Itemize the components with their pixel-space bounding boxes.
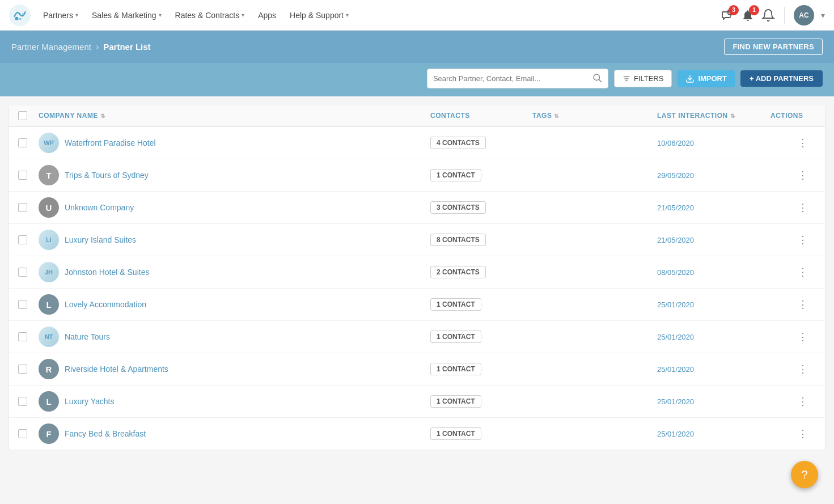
company-avatar: T xyxy=(39,165,59,185)
company-name-link[interactable]: Riverside Hotel & Apartments xyxy=(65,365,168,374)
actions-cell: ⋮ xyxy=(771,394,816,409)
search-icon[interactable] xyxy=(592,73,602,84)
col-last-interaction[interactable]: LAST INTERACTION ⇅ xyxy=(657,112,771,120)
bell-button[interactable] xyxy=(761,9,775,22)
nav-sales-marketing[interactable]: Sales & Marketing ▾ xyxy=(86,7,167,23)
company-name-link[interactable]: Unknown Company xyxy=(65,203,134,212)
company-avatar: R xyxy=(39,359,59,379)
company-name-link[interactable]: Fancy Bed & Breakfast xyxy=(65,429,146,438)
contacts-cell: 1 CONTACT xyxy=(430,395,532,408)
nav-rates-contracts[interactable]: Rates & Contracts ▾ xyxy=(170,7,251,23)
row-checkbox[interactable] xyxy=(18,365,27,374)
contact-badge[interactable]: 4 CONTACTS xyxy=(430,137,486,149)
breadcrumb-parent[interactable]: Partner Management xyxy=(11,42,91,52)
table-row: L Luxury Yachts 1 CONTACT 25/01/2020 ⋮ xyxy=(9,386,825,418)
row-checkbox[interactable] xyxy=(18,203,27,212)
row-checkbox-cell xyxy=(18,235,39,244)
import-button[interactable]: IMPORT xyxy=(678,70,735,87)
messages-button[interactable]: 3 xyxy=(721,9,734,22)
row-actions-menu[interactable]: ⋮ xyxy=(794,297,811,312)
contacts-cell: 8 CONTACTS xyxy=(430,234,532,246)
company-avatar: JH xyxy=(39,262,59,282)
company-name-link[interactable]: Lovely Accommodation xyxy=(65,300,146,309)
contact-badge[interactable]: 1 CONTACT xyxy=(430,427,481,440)
breadcrumb: Partner Management › Partner List xyxy=(11,42,151,52)
table-row: T Trips & Tours of Sydney 1 CONTACT 29/0… xyxy=(9,159,825,192)
company-name-link[interactable]: Waterfront Paradise Hotel xyxy=(65,138,156,147)
row-checkbox-cell xyxy=(18,397,39,406)
contacts-cell: 4 CONTACTS xyxy=(430,137,532,149)
svg-point-1 xyxy=(15,16,18,20)
row-actions-menu[interactable]: ⋮ xyxy=(794,232,811,247)
row-checkbox[interactable] xyxy=(18,171,27,180)
company-name-link[interactable]: Nature Tours xyxy=(65,332,110,341)
row-checkbox-cell xyxy=(18,332,39,341)
add-partners-button[interactable]: + ADD PARTNERS xyxy=(740,70,823,87)
contact-badge[interactable]: 3 CONTACTS xyxy=(430,201,486,214)
partners-table: COMPANY NAME ⇅ CONTACTS TAGS ⇅ LAST INTE… xyxy=(9,105,825,450)
company-cell: U Unknown Company xyxy=(39,197,430,218)
last-interaction-cell: 21/05/2020 xyxy=(657,204,771,212)
contact-badge[interactable]: 8 CONTACTS xyxy=(430,234,486,246)
contact-badge[interactable]: 1 CONTACT xyxy=(430,395,481,408)
find-new-partners-button[interactable]: FIND NEW PARTNERS xyxy=(724,39,823,55)
row-actions-menu[interactable]: ⋮ xyxy=(794,426,811,441)
contact-badge[interactable]: 1 CONTACT xyxy=(430,298,481,311)
company-cell: LI Luxury Island Suites xyxy=(39,230,430,250)
actions-cell: ⋮ xyxy=(771,426,816,441)
chevron-down-icon: ▾ xyxy=(159,12,162,18)
company-name-link[interactable]: Luxury Yachts xyxy=(65,397,114,406)
actions-cell: ⋮ xyxy=(771,329,816,344)
table-row: L Lovely Accommodation 1 CONTACT 25/01/2… xyxy=(9,289,825,321)
nav-help-support[interactable]: Help & Support ▾ xyxy=(284,7,354,23)
row-actions-menu[interactable]: ⋮ xyxy=(794,329,811,344)
company-cell: F Fancy Bed & Breakfast xyxy=(39,423,430,444)
notifications-button[interactable]: 1 xyxy=(741,9,755,22)
row-checkbox[interactable] xyxy=(18,397,27,406)
last-interaction-cell: 29/05/2020 xyxy=(657,171,771,180)
col-tags[interactable]: TAGS ⇅ xyxy=(532,112,657,120)
contact-badge[interactable]: 1 CONTACT xyxy=(430,169,481,181)
row-actions-menu[interactable]: ⋮ xyxy=(794,200,811,215)
row-checkbox-cell xyxy=(18,300,39,309)
contact-badge[interactable]: 2 CONTACTS xyxy=(430,266,486,278)
row-checkbox[interactable] xyxy=(18,300,27,309)
row-actions-menu[interactable]: ⋮ xyxy=(794,362,811,376)
row-checkbox[interactable] xyxy=(18,429,27,438)
row-actions-menu[interactable]: ⋮ xyxy=(794,168,811,183)
user-chevron-icon[interactable]: ▾ xyxy=(821,11,825,20)
company-cell: L Luxury Yachts xyxy=(39,391,430,412)
row-checkbox[interactable] xyxy=(18,332,27,341)
contacts-cell: 1 CONTACT xyxy=(430,169,532,181)
contact-badge[interactable]: 1 CONTACT xyxy=(430,363,481,375)
nav-apps[interactable]: Apps xyxy=(252,7,282,23)
add-partners-label: + ADD PARTNERS xyxy=(750,74,814,83)
actions-cell: ⋮ xyxy=(771,168,816,183)
col-company-name[interactable]: COMPANY NAME ⇅ xyxy=(39,112,430,120)
table-row: LI Luxury Island Suites 8 CONTACTS 21/05… xyxy=(9,224,825,256)
search-input[interactable] xyxy=(433,74,587,83)
nav-partners[interactable]: Partners ▾ xyxy=(37,7,84,23)
row-checkbox[interactable] xyxy=(18,268,27,277)
filters-button[interactable]: FILTERS xyxy=(614,70,672,87)
row-actions-menu[interactable]: ⋮ xyxy=(794,135,811,150)
contact-badge[interactable]: 1 CONTACT xyxy=(430,331,481,343)
sort-icon: ⇅ xyxy=(100,113,105,119)
nav-menu: Partners ▾ Sales & Marketing ▾ Rates & C… xyxy=(37,7,721,23)
actions-cell: ⋮ xyxy=(771,135,816,150)
user-avatar[interactable]: AC xyxy=(794,5,814,26)
app-logo[interactable] xyxy=(9,5,31,26)
row-checkbox[interactable] xyxy=(18,138,27,147)
alerts-badge: 1 xyxy=(749,5,759,15)
row-checkbox-cell xyxy=(18,365,39,374)
row-checkbox-cell xyxy=(18,171,39,180)
row-actions-menu[interactable]: ⋮ xyxy=(794,394,811,409)
row-checkbox[interactable] xyxy=(18,235,27,244)
company-avatar: U xyxy=(39,197,59,218)
row-actions-menu[interactable]: ⋮ xyxy=(794,265,811,279)
company-name-link[interactable]: Trips & Tours of Sydney xyxy=(65,171,149,180)
company-name-link[interactable]: Johnston Hotel & Suites xyxy=(65,268,149,277)
top-navigation: Partners ▾ Sales & Marketing ▾ Rates & C… xyxy=(0,0,834,31)
select-all-checkbox[interactable] xyxy=(18,111,27,120)
company-name-link[interactable]: Luxury Island Suites xyxy=(65,235,136,244)
